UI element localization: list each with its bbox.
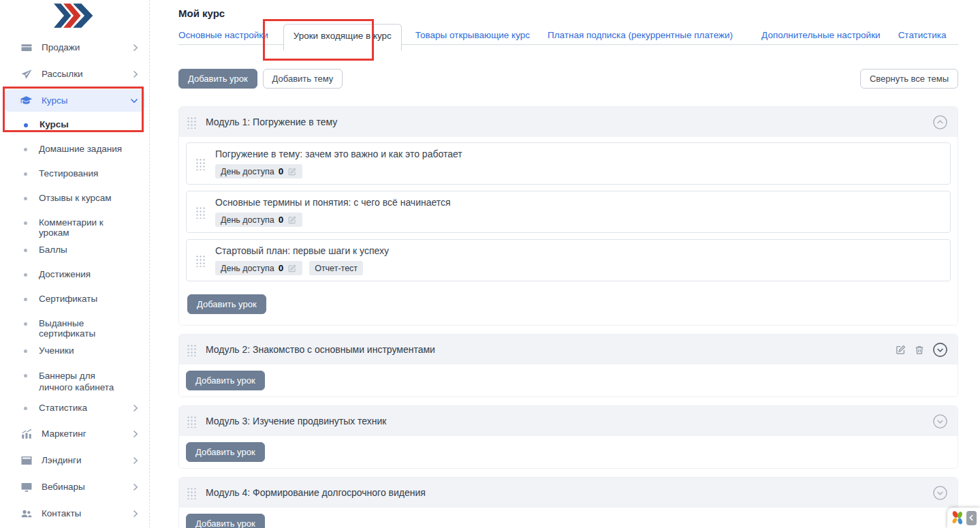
- drag-handle-icon[interactable]: [195, 157, 206, 170]
- sidebar-subitem-label: Отзывы к курсам: [39, 193, 112, 203]
- edit-icon[interactable]: [287, 264, 297, 273]
- sidebar-item-sales[interactable]: Продажи: [0, 34, 149, 61]
- access-day-badge[interactable]: День доступа 0: [215, 213, 302, 227]
- sidebar-subitem-achievements[interactable]: Достижения: [0, 262, 149, 287]
- drag-handle-icon[interactable]: [195, 254, 206, 267]
- sidebar-subitem-label: Статистика: [39, 403, 87, 413]
- edit-icon[interactable]: [287, 167, 297, 176]
- module-2: Модуль 2: Знакомство с основными инструм…: [178, 334, 958, 397]
- sidebar-item-webinars[interactable]: Вебинары: [0, 473, 149, 500]
- bullet-dot-icon: [24, 374, 27, 377]
- sidebar-subitem-banners[interactable]: Баннеры для личного кабинета: [0, 363, 149, 396]
- sidebar-item-label: Маркетинг: [42, 429, 86, 439]
- graduation-cap-icon: [20, 94, 33, 107]
- users-icon: [20, 507, 33, 520]
- sidebar-item-label: Продажи: [42, 42, 80, 52]
- module-4-body: Добавить урок: [179, 508, 958, 528]
- sidebar-subitem-label: Ученики: [39, 345, 74, 356]
- widget-collapse-button[interactable]: [966, 511, 977, 525]
- add-theme-button[interactable]: Добавить тему: [263, 69, 343, 89]
- chevron-right-icon: [133, 483, 138, 491]
- page-title: Мой курс: [178, 7, 958, 19]
- tab-statistics[interactable]: Статистика: [898, 24, 947, 40]
- sidebar-item-contacts[interactable]: Контакты: [0, 500, 149, 527]
- bullet-dot-icon: [24, 322, 27, 326]
- sidebar-subitem-lesson-comments[interactable]: Комментарии к урокам: [0, 211, 149, 238]
- tab-course-lessons[interactable]: Уроки входящие в курс: [283, 24, 402, 50]
- sidebar-subitem-statistics[interactable]: Статистика: [0, 396, 149, 420]
- sidebar-subitem-homework[interactable]: Домашние задания: [0, 137, 149, 161]
- module-2-header[interactable]: Модуль 2: Знакомство с основными инструм…: [179, 335, 958, 364]
- access-day-label: День доступа: [221, 215, 274, 225]
- sidebar-subitem-label: Тестирования: [39, 168, 98, 178]
- bullet-dot-icon: [24, 123, 28, 127]
- add-lesson-button[interactable]: Добавить урок: [187, 294, 266, 314]
- module-3: Модуль 3: Изучение продвинутых техник До…: [178, 405, 958, 469]
- collapse-module-icon[interactable]: [932, 114, 948, 130]
- browser-icon: [20, 454, 33, 467]
- sidebar-item-marketing[interactable]: Маркетинг: [0, 420, 149, 447]
- sidebar-item-label: Вебинары: [42, 482, 85, 492]
- tab-basic-settings[interactable]: Основные настройки: [178, 24, 268, 40]
- bullet-dot-icon: [24, 273, 27, 277]
- tab-bar: Основные настройки Уроки входящие в курс…: [178, 24, 958, 45]
- toolbar: Добавить урок Добавить тему Свернуть все…: [178, 69, 958, 89]
- module-1-header[interactable]: Модуль 1: Погружение в тему: [179, 107, 958, 137]
- bullet-dot-icon: [24, 298, 27, 301]
- expand-module-icon[interactable]: [932, 342, 948, 358]
- access-day-badge[interactable]: День доступа 0: [215, 164, 302, 178]
- add-lesson-button[interactable]: Добавить урок: [186, 514, 265, 528]
- lesson-card[interactable]: Основные термины и понятия: с чего всё н…: [186, 191, 951, 233]
- module-4: Модуль 4: Формирование долгосрочного вид…: [178, 477, 958, 528]
- sidebar-subitem-tests[interactable]: Тестирования: [0, 161, 149, 186]
- drag-handle-icon[interactable]: [186, 415, 197, 428]
- access-day-badge[interactable]: День доступа 0: [215, 261, 302, 275]
- chevron-right-icon: [133, 430, 138, 438]
- expand-module-icon[interactable]: [932, 485, 948, 501]
- sidebar-item-label: Лэндинги: [42, 455, 82, 465]
- delete-module-icon[interactable]: [914, 344, 925, 356]
- module-4-header[interactable]: Модуль 4: Формирование долгосрочного вид…: [179, 478, 958, 508]
- report-test-badge[interactable]: Отчет-тест: [309, 261, 363, 275]
- sidebar-subitem-courses[interactable]: Курсы: [0, 112, 149, 137]
- tab-paid-subscription[interactable]: Платная подписка (рекуррентные платежи): [548, 24, 733, 40]
- sidebar: Продажи Рассылки Курсы Курсы Домашние за…: [0, 0, 150, 528]
- sidebar-subitem-label: Комментарии к урокам: [39, 217, 127, 238]
- expand-module-icon[interactable]: [932, 414, 948, 429]
- sidebar-item-label: Курсы: [42, 95, 67, 106]
- add-lesson-button[interactable]: Добавить урок: [186, 371, 265, 390]
- sidebar-subitem-certificates[interactable]: Сертификаты: [0, 287, 149, 311]
- sidebar-item-mailings[interactable]: Рассылки: [0, 61, 149, 87]
- access-day-label: День доступа: [221, 264, 274, 273]
- module-title: Модуль 3: Изучение продвинутых техник: [206, 416, 387, 426]
- sidebar-item-courses[interactable]: Курсы: [4, 89, 145, 112]
- bullet-dot-icon: [24, 221, 27, 225]
- sidebar-subitem-points[interactable]: Баллы: [0, 238, 149, 262]
- sidebar-item-label: Рассылки: [42, 69, 83, 79]
- sidebar-subitem-course-reviews[interactable]: Отзывы к курсам: [0, 186, 149, 211]
- drag-handle-icon[interactable]: [186, 343, 197, 356]
- edit-icon[interactable]: [287, 215, 297, 225]
- module-2-body: Добавить урок: [179, 364, 958, 397]
- sidebar-subitem-issued-certificates[interactable]: Выданные сертификаты: [0, 311, 149, 339]
- lesson-card[interactable]: Погружение в тему: зачем это важно и как…: [186, 142, 951, 185]
- bar-chart-icon: [20, 427, 33, 440]
- sidebar-subitem-label: Курсы: [39, 119, 69, 129]
- collapse-all-themes-button[interactable]: Свернуть все темы: [860, 69, 958, 89]
- drag-handle-icon[interactable]: [186, 116, 197, 129]
- add-lesson-button[interactable]: Добавить урок: [178, 69, 257, 89]
- drag-handle-icon[interactable]: [195, 206, 206, 219]
- tab-opening-products[interactable]: Товары открывающие курс: [415, 24, 530, 40]
- chevron-right-icon: [133, 44, 138, 52]
- browser-extension-widget[interactable]: [947, 508, 980, 528]
- add-lesson-button[interactable]: Добавить урок: [186, 442, 265, 462]
- tab-additional-settings[interactable]: Дополнительные настройки: [761, 24, 881, 40]
- edit-module-icon[interactable]: [895, 344, 906, 356]
- module-3-header[interactable]: Модуль 3: Изучение продвинутых техник: [179, 406, 958, 436]
- app-logo[interactable]: [0, 0, 149, 34]
- sidebar-subitem-label: Выданные сертификаты: [39, 318, 127, 339]
- lesson-card[interactable]: Стартовый план: первые шаги к успеху Ден…: [186, 239, 951, 281]
- drag-handle-icon[interactable]: [186, 486, 197, 499]
- sidebar-subitem-students[interactable]: Ученики: [0, 339, 149, 363]
- sidebar-item-landings[interactable]: Лэндинги: [0, 447, 149, 473]
